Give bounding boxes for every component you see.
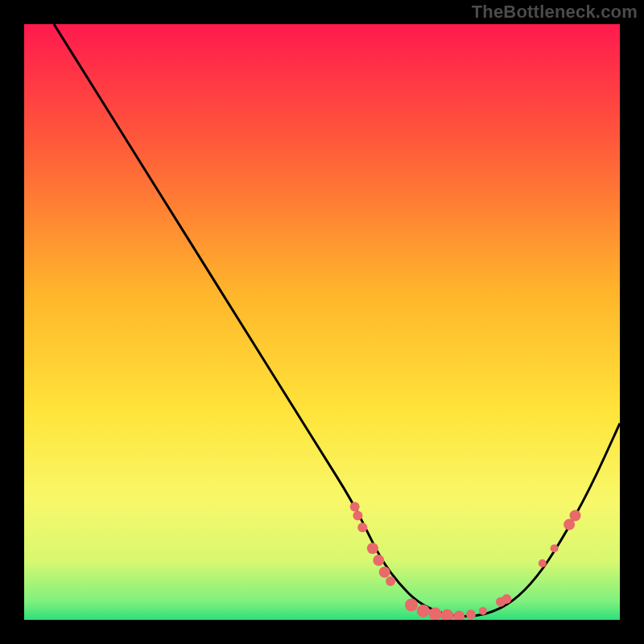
data-marker: [551, 544, 559, 552]
data-marker: [373, 555, 384, 566]
data-marker: [379, 567, 390, 578]
data-marker: [353, 511, 362, 521]
data-marker: [350, 502, 360, 511]
data-marker: [539, 559, 547, 568]
data-marker: [405, 599, 418, 612]
data-marker: [367, 543, 378, 554]
data-marker: [357, 522, 367, 532]
gradient-background: [24, 24, 620, 620]
watermark-text: TheBottleneck.com: [472, 2, 638, 23]
data-marker: [417, 605, 430, 617]
data-marker: [386, 576, 395, 586]
data-marker: [570, 510, 581, 522]
chart-frame: TheBottleneck.com: [0, 0, 644, 644]
data-marker: [502, 594, 511, 604]
data-marker: [429, 608, 442, 620]
data-marker: [479, 607, 487, 615]
plot-svg: [24, 24, 620, 620]
data-marker: [466, 609, 476, 619]
plot-area: [24, 24, 620, 620]
